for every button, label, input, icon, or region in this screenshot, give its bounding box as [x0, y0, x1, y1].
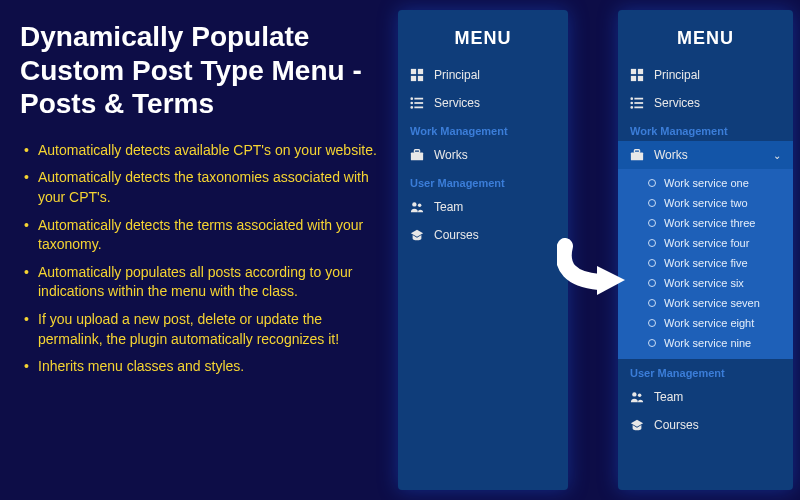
menu-item-services[interactable]: Services — [618, 89, 793, 117]
briefcase-icon — [410, 148, 424, 162]
menu-header: MENU — [618, 10, 793, 61]
menu-item-label: Principal — [434, 68, 556, 82]
submenu-item[interactable]: Work service one — [618, 173, 793, 193]
circle-icon — [648, 319, 656, 327]
menu-item-label: Services — [654, 96, 781, 110]
submenu-item[interactable]: Work service four — [618, 233, 793, 253]
menu-item-principal[interactable]: Principal — [618, 61, 793, 89]
page-title: Dynamically Populate Custom Post Type Me… — [20, 20, 380, 121]
circle-icon — [648, 219, 656, 227]
menu-item-label: Team — [654, 390, 781, 404]
menu-item-services[interactable]: Services — [398, 89, 568, 117]
submenu-label: Work service seven — [664, 297, 760, 309]
feature-item: Automatically populates all posts accord… — [38, 263, 380, 302]
svg-rect-7 — [414, 102, 423, 104]
section-user-label: User Management — [618, 359, 793, 383]
svg-rect-10 — [411, 152, 423, 160]
submenu-item[interactable]: Work service two — [618, 193, 793, 213]
section-work-label: Work Management — [618, 117, 793, 141]
menu-item-label: Works — [654, 148, 763, 162]
list-icon — [410, 96, 424, 110]
submenu-item[interactable]: Work service seven — [618, 293, 793, 313]
svg-point-6 — [410, 102, 413, 105]
svg-rect-1 — [418, 69, 423, 74]
feature-item: Automatically detects the terms associat… — [38, 216, 380, 255]
svg-rect-21 — [634, 102, 643, 104]
submenu-item[interactable]: Work service three — [618, 213, 793, 233]
circle-icon — [648, 279, 656, 287]
briefcase-icon — [630, 148, 644, 162]
feature-item: Automatically detects available CPT's on… — [38, 141, 380, 161]
chevron-down-icon: ⌄ — [773, 150, 781, 161]
feature-item: If you upload a new post, delete or upda… — [38, 310, 380, 349]
svg-rect-19 — [634, 98, 643, 100]
svg-point-20 — [630, 102, 633, 105]
menu-panel-before: MENU Principal Services Work Management … — [398, 10, 568, 490]
svg-rect-14 — [631, 69, 636, 74]
menu-item-team[interactable]: Team — [618, 383, 793, 411]
menu-item-team[interactable]: Team — [398, 193, 568, 221]
menu-item-label: Services — [434, 96, 556, 110]
submenu-label: Work service nine — [664, 337, 751, 349]
submenu-item[interactable]: Work service eight — [618, 313, 793, 333]
graduation-cap-icon — [630, 418, 644, 432]
menu-item-works[interactable]: Works — [398, 141, 568, 169]
svg-point-18 — [630, 97, 633, 100]
marketing-copy: Dynamically Populate Custom Post Type Me… — [20, 20, 380, 385]
feature-item: Inherits menu classes and styles. — [38, 357, 380, 377]
menu-item-courses[interactable]: Courses — [398, 221, 568, 249]
svg-rect-15 — [638, 69, 643, 74]
section-work-label: Work Management — [398, 117, 568, 141]
submenu-label: Work service six — [664, 277, 744, 289]
svg-point-12 — [412, 202, 416, 206]
circle-icon — [648, 339, 656, 347]
menu-item-label: Works — [434, 148, 556, 162]
menu-header: MENU — [398, 10, 568, 61]
submenu-label: Work service eight — [664, 317, 754, 329]
feature-list: Automatically detects available CPT's on… — [20, 141, 380, 377]
submenu-item[interactable]: Work service five — [618, 253, 793, 273]
section-user-label: User Management — [398, 169, 568, 193]
list-icon — [630, 96, 644, 110]
submenu-label: Work service five — [664, 257, 748, 269]
submenu-label: Work service three — [664, 217, 756, 229]
circle-icon — [648, 239, 656, 247]
svg-rect-0 — [411, 69, 416, 74]
svg-point-27 — [638, 394, 642, 398]
svg-rect-2 — [411, 76, 416, 81]
svg-point-26 — [632, 392, 636, 396]
circle-icon — [648, 259, 656, 267]
feature-item: Automatically detects the taxonomies ass… — [38, 168, 380, 207]
svg-rect-11 — [414, 150, 419, 153]
submenu-label: Work service four — [664, 237, 749, 249]
works-submenu: Work service one Work service two Work s… — [618, 169, 793, 359]
circle-icon — [648, 299, 656, 307]
svg-rect-25 — [634, 150, 639, 153]
svg-rect-3 — [418, 76, 423, 81]
svg-point-8 — [410, 106, 413, 109]
submenu-label: Work service two — [664, 197, 748, 209]
menu-item-courses[interactable]: Courses — [618, 411, 793, 439]
menu-item-label: Team — [434, 200, 556, 214]
menu-item-label: Courses — [654, 418, 781, 432]
svg-point-22 — [630, 106, 633, 109]
users-icon — [410, 200, 424, 214]
submenu-label: Work service one — [664, 177, 749, 189]
svg-point-4 — [410, 97, 413, 100]
graduation-cap-icon — [410, 228, 424, 242]
svg-rect-17 — [638, 76, 643, 81]
menu-item-principal[interactable]: Principal — [398, 61, 568, 89]
dashboard-icon — [630, 68, 644, 82]
svg-rect-9 — [414, 107, 423, 109]
circle-icon — [648, 199, 656, 207]
dashboard-icon — [410, 68, 424, 82]
svg-rect-16 — [631, 76, 636, 81]
circle-icon — [648, 179, 656, 187]
menu-item-label: Courses — [434, 228, 556, 242]
menu-item-works-expanded[interactable]: Works ⌄ — [618, 141, 793, 169]
submenu-item[interactable]: Work service nine — [618, 333, 793, 353]
submenu-item[interactable]: Work service six — [618, 273, 793, 293]
svg-rect-5 — [414, 98, 423, 100]
users-icon — [630, 390, 644, 404]
svg-rect-23 — [634, 107, 643, 109]
